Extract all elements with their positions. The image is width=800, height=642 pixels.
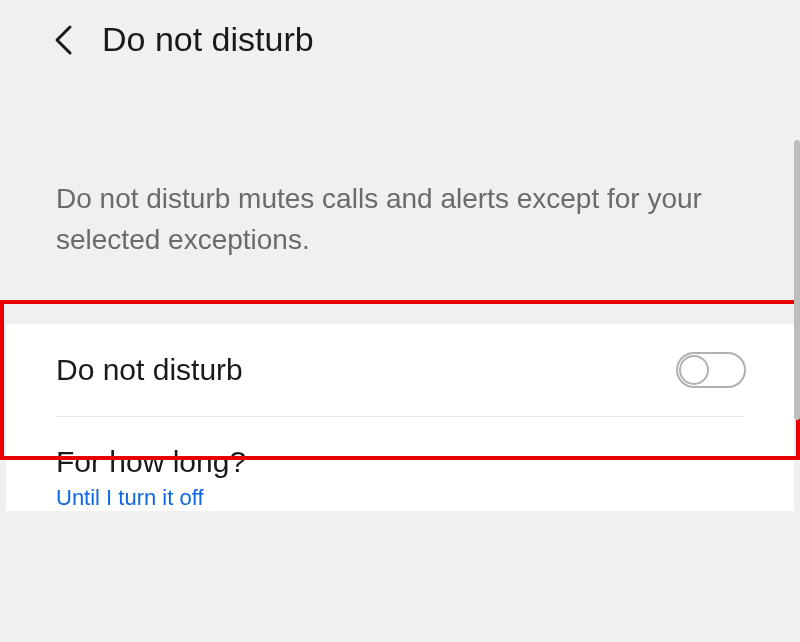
duration-value: Until I turn it off <box>56 485 746 511</box>
toggle-knob <box>679 355 709 385</box>
scrollbar[interactable] <box>794 140 800 420</box>
dnd-toggle-row[interactable]: Do not disturb <box>6 324 794 416</box>
settings-panel: Do not disturb For how long? Until I tur… <box>6 324 794 511</box>
page-title: Do not disturb <box>102 20 314 59</box>
dnd-toggle-switch[interactable] <box>676 352 746 388</box>
page-header: Do not disturb <box>0 0 800 79</box>
duration-label: For how long? <box>56 445 746 479</box>
dnd-description: Do not disturb mutes calls and alerts ex… <box>0 79 800 310</box>
back-icon[interactable] <box>52 23 74 57</box>
duration-row[interactable]: For how long? Until I turn it off <box>6 417 794 511</box>
dnd-toggle-label: Do not disturb <box>56 353 243 387</box>
